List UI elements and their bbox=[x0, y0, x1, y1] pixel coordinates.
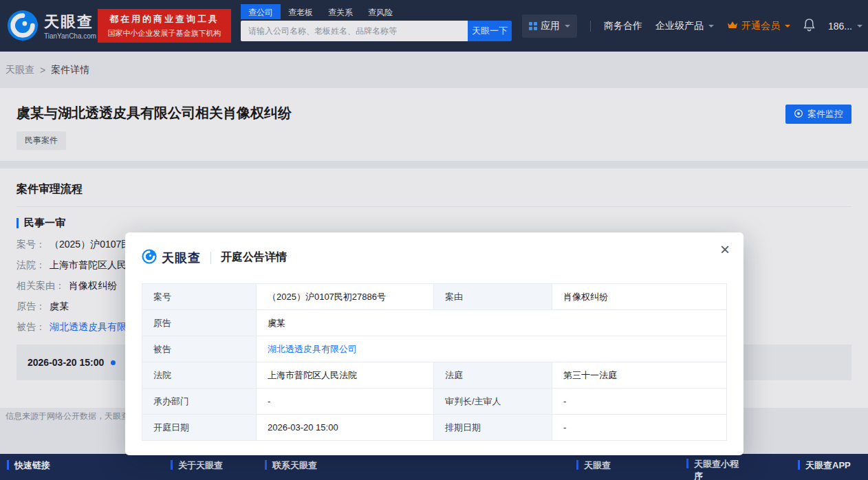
modal-header: 天眼查 开庭公告详情 × bbox=[125, 232, 744, 271]
cell-value: 虞某 bbox=[257, 310, 727, 336]
modal-logo-text: 天眼查 bbox=[162, 250, 201, 266]
cell-label: 案号 bbox=[142, 284, 257, 310]
cell-label: 案由 bbox=[434, 284, 552, 310]
tianyancha-logo-icon bbox=[142, 249, 157, 267]
cell-value: （2025）沪0107民初27886号 bbox=[257, 284, 434, 310]
cell-value: 湖北透透皮具有限公司 bbox=[257, 336, 727, 362]
table-row: 案号 （2025）沪0107民初27886号 案由 肖像权纠纷 bbox=[142, 284, 727, 310]
cell-label: 原告 bbox=[142, 310, 257, 336]
cell-label: 开庭日期 bbox=[142, 415, 257, 441]
cell-label: 法庭 bbox=[434, 362, 552, 389]
defendant-company-link[interactable]: 湖北透透皮具有限公司 bbox=[268, 344, 357, 354]
cell-label: 承办部门 bbox=[142, 389, 257, 415]
modal-logo: 天眼查 bbox=[142, 249, 201, 267]
modal-header-divider bbox=[210, 252, 211, 264]
modal-title: 开庭公告详情 bbox=[221, 250, 287, 265]
cell-value: 肖像权纠纷 bbox=[552, 284, 727, 310]
table-row: 法院 上海市普陀区人民法院 法庭 第三十一法庭 bbox=[142, 362, 727, 389]
cell-value: 上海市普陀区人民法院 bbox=[257, 362, 434, 389]
cell-value: - bbox=[257, 389, 434, 415]
cell-value: - bbox=[552, 389, 727, 415]
cell-label: 被告 bbox=[142, 336, 257, 362]
hearing-detail-table: 案号 （2025）沪0107民初27886号 案由 肖像权纠纷 原告 虞某 被告… bbox=[142, 283, 727, 441]
cell-label: 法院 bbox=[142, 362, 257, 389]
close-icon[interactable]: × bbox=[720, 241, 730, 258]
cell-value: - bbox=[552, 415, 727, 441]
cell-label: 排期日期 bbox=[434, 415, 552, 441]
hearing-detail-modal: 天眼查 开庭公告详情 × 案号 （2025）沪0107民初27886号 案由 肖… bbox=[125, 232, 744, 455]
table-row: 被告 湖北透透皮具有限公司 bbox=[142, 336, 727, 362]
cell-value: 第三十一法庭 bbox=[552, 362, 727, 389]
cell-value: 2026-03-20 15:00 bbox=[257, 415, 434, 441]
table-row: 原告 虞某 bbox=[142, 310, 727, 336]
cell-label: 审判长/主审人 bbox=[434, 389, 552, 415]
table-row: 承办部门 - 审判长/主审人 - bbox=[142, 389, 727, 415]
table-row: 开庭日期 2026-03-20 15:00 排期日期 - bbox=[142, 415, 727, 441]
